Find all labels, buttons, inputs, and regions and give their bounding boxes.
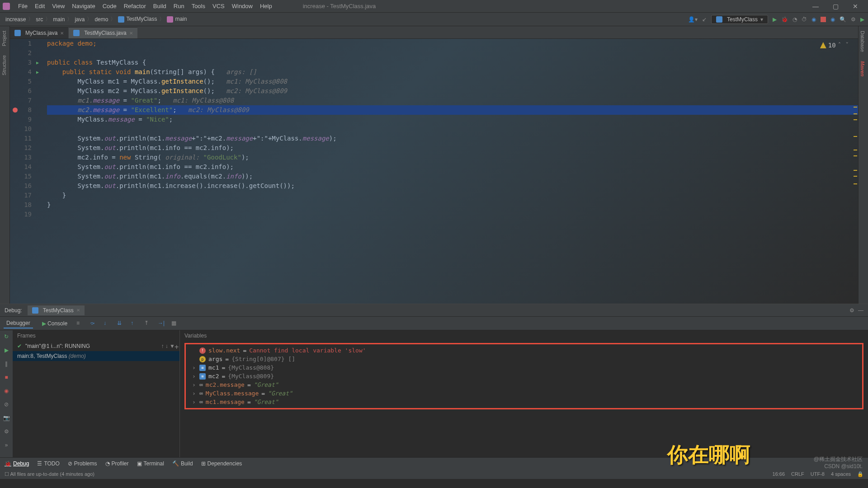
- resume-icon[interactable]: ▶: [3, 347, 10, 354]
- database-tool-tab[interactable]: Database: [859, 26, 867, 56]
- crumb-project[interactable]: increase: [4, 16, 28, 23]
- search-everywhere-icon[interactable]: 🔍: [840, 16, 846, 23]
- debug-session-tab[interactable]: TestMyClass✕: [28, 305, 85, 315]
- step-out-icon[interactable]: ↑: [131, 320, 138, 327]
- menu-code[interactable]: Code: [99, 3, 120, 9]
- project-tool-tab[interactable]: Project: [0, 26, 8, 51]
- caret-position[interactable]: 16:66: [773, 471, 785, 477]
- step-into-icon[interactable]: ↓: [104, 320, 111, 327]
- debugger-subtab[interactable]: Debugger: [4, 319, 33, 328]
- stop-icon[interactable]: ■: [3, 374, 10, 381]
- expand-icon[interactable]: ›: [192, 399, 197, 405]
- menu-file[interactable]: File: [14, 3, 31, 9]
- var-row[interactable]: ›≡mc2 = {MyClass@809}: [186, 372, 862, 380]
- menu-run[interactable]: Run: [170, 3, 188, 9]
- minimize-icon[interactable]: —: [806, 3, 826, 10]
- mute-breakpoints-icon[interactable]: ⊘: [3, 401, 10, 408]
- crumb-java[interactable]: java: [73, 16, 86, 23]
- thread-selector[interactable]: ✔ "main"@1 i...n": RUNNING ↑ ↓ ▼: [13, 341, 179, 351]
- crumb-src[interactable]: src: [34, 16, 45, 23]
- force-step-into-icon[interactable]: ⇊: [117, 320, 124, 327]
- update-button[interactable]: ◉: [830, 16, 835, 23]
- expand-icon[interactable]: ›: [192, 381, 197, 388]
- crumb-demo[interactable]: demo: [93, 16, 110, 23]
- stack-frame[interactable]: main:8, TestMyClass (demo): [13, 351, 179, 361]
- var-row[interactable]: ›∞mc1.message = "Great": [186, 398, 862, 406]
- hide-panel-icon[interactable]: —: [858, 307, 863, 314]
- menu-vcs[interactable]: VCS: [209, 3, 228, 9]
- step-over-icon[interactable]: ⤼: [90, 320, 97, 327]
- expand-icon[interactable]: ›: [192, 373, 197, 380]
- add-config-icon[interactable]: 👤▾: [688, 16, 698, 23]
- terminal-tool-window[interactable]: ▣ Terminal: [137, 460, 164, 467]
- view-breakpoints-icon[interactable]: ◉: [3, 387, 10, 394]
- build-tool-window[interactable]: 🔨 Build: [172, 460, 193, 467]
- menu-view[interactable]: View: [48, 3, 68, 9]
- menu-window[interactable]: Window: [228, 3, 256, 9]
- line-separator[interactable]: CRLF: [791, 471, 804, 477]
- pause-icon[interactable]: ‖: [3, 360, 10, 367]
- rerun-icon[interactable]: ↻: [3, 333, 10, 340]
- run-to-cursor-icon[interactable]: →|: [158, 320, 165, 327]
- threads-icon[interactable]: ≡: [76, 320, 84, 327]
- structure-tool-tab[interactable]: Structure: [0, 51, 8, 80]
- crumb-method[interactable]: main: [165, 16, 189, 23]
- settings-icon[interactable]: ⚙: [3, 428, 10, 435]
- profiler-tool-window[interactable]: ◔ Profiler: [105, 460, 129, 467]
- close-tab-icon[interactable]: ✕: [129, 31, 133, 36]
- close-icon[interactable]: ✕: [845, 3, 865, 10]
- run-gutter-icon[interactable]: ▶: [36, 67, 39, 77]
- problems-tool-window[interactable]: ⊘ Problems: [68, 460, 97, 467]
- get-thread-dump-icon[interactable]: 📷: [3, 414, 10, 422]
- menu-edit[interactable]: Edit: [31, 3, 48, 9]
- notifications-icon[interactable]: ▶: [860, 16, 864, 23]
- attach-button[interactable]: ◉: [811, 16, 816, 23]
- crumb-class[interactable]: TestMyClass: [116, 16, 159, 23]
- drop-frame-icon[interactable]: ⤒: [144, 320, 151, 327]
- back-icon[interactable]: ↙: [702, 16, 707, 23]
- close-tab-icon[interactable]: ✕: [76, 308, 80, 313]
- stop-button[interactable]: [821, 17, 826, 22]
- more-icon[interactable]: »: [3, 441, 10, 449]
- breakpoint-icon[interactable]: [13, 108, 18, 113]
- console-subtab[interactable]: ▶ Console: [39, 319, 70, 328]
- debug-button[interactable]: 🐞: [781, 16, 788, 23]
- error-stripe[interactable]: [853, 52, 858, 305]
- coverage-button[interactable]: ◔: [793, 16, 797, 23]
- menu-refactor[interactable]: Refactor: [120, 3, 150, 9]
- indent-info[interactable]: 4 spaces: [831, 471, 851, 477]
- var-row[interactable]: !slow.next = Cannot find local variable …: [186, 346, 862, 355]
- debug-tool-window[interactable]: 🐞 Debug: [5, 460, 29, 467]
- code-editor[interactable]: 10ˆ ˇ 12 3▶ 4▶ 567 8 9101112131415161718…: [10, 39, 868, 304]
- expand-icon[interactable]: ›: [192, 390, 197, 397]
- file-encoding[interactable]: UTF-8: [811, 471, 825, 477]
- menu-help[interactable]: Help: [256, 3, 276, 9]
- todo-tool-window[interactable]: ☰ TODO: [37, 460, 59, 467]
- tab-myclass[interactable]: MyClass.java✕: [10, 27, 68, 38]
- evaluate-icon[interactable]: ▦: [171, 320, 179, 327]
- var-row[interactable]: ›∞MyClass.message = "Great": [186, 389, 862, 398]
- inspection-widget[interactable]: 10ˆ ˇ: [820, 42, 849, 49]
- menu-build[interactable]: Build: [150, 3, 170, 9]
- maximize-icon[interactable]: ▢: [826, 3, 845, 10]
- tab-testmyclass[interactable]: TestMyClass.java✕: [69, 27, 137, 38]
- crumb-main[interactable]: main: [51, 16, 66, 23]
- var-row[interactable]: ›∞mc2.message = "Great": [186, 380, 862, 389]
- settings-icon[interactable]: ⚙: [851, 16, 856, 23]
- run-config-dropdown[interactable]: TestMyClass▾: [711, 15, 768, 24]
- run-gutter-icon[interactable]: ▶: [36, 58, 39, 67]
- dependencies-tool-window[interactable]: ⊞ Dependencies: [201, 460, 242, 467]
- lock-icon[interactable]: 🔒: [857, 471, 863, 477]
- var-row[interactable]: pargs = {String[0]@807} []: [186, 355, 862, 363]
- add-watch-icon[interactable]: +: [175, 343, 179, 351]
- expand-icon[interactable]: ›: [192, 364, 197, 371]
- menu-navigate[interactable]: Navigate: [68, 3, 99, 9]
- debug-settings-icon[interactable]: ⚙: [849, 307, 854, 314]
- run-button[interactable]: ▶: [773, 16, 777, 23]
- maven-tool-tab[interactable]: Maven: [859, 56, 867, 81]
- gutter[interactable]: 12 3▶ 4▶ 567 8 910111213141516171819: [10, 39, 37, 304]
- menu-tools[interactable]: Tools: [188, 3, 209, 9]
- close-tab-icon[interactable]: ✕: [60, 31, 64, 36]
- var-row[interactable]: ›≡mc1 = {MyClass@808}: [186, 363, 862, 372]
- profile-button[interactable]: ⏱: [802, 16, 807, 23]
